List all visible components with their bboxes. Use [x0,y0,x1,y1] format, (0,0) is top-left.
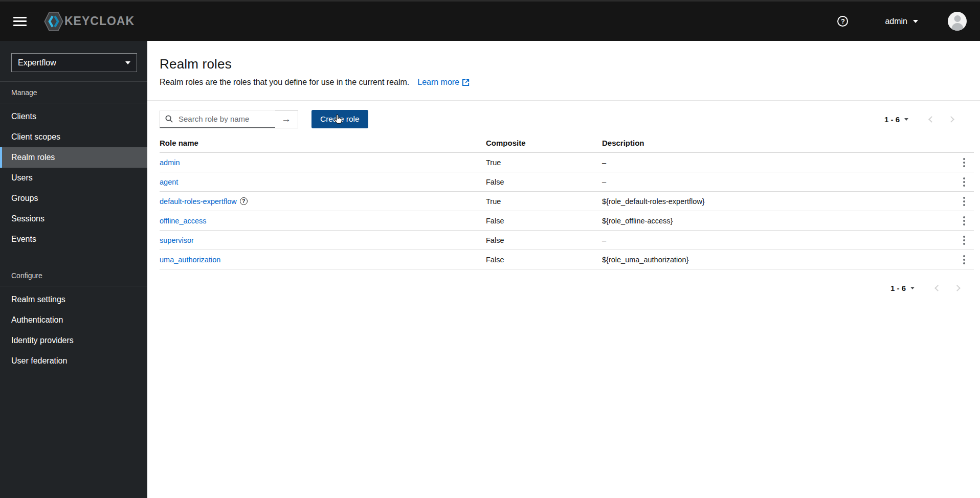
sidebar: Expertflow ManageClientsClient scopesRea… [0,41,147,498]
chevron-left-icon [934,285,941,291]
sidebar-item-label: Users [11,173,33,182]
kebab-menu-icon[interactable] [959,194,969,209]
sidebar-item-authentication[interactable]: Authentication [0,310,147,330]
arrow-right-icon: → [281,114,291,125]
sidebar-item-label: Realm settings [11,295,65,304]
pagination-range: 1 - 6 [884,115,900,124]
description-cell: ${role_uma_authorization} [602,256,954,264]
chevron-down-icon [910,287,915,289]
composite-cell: True [486,197,602,206]
role-name-link[interactable]: uma_authorization [160,256,220,264]
learn-more-link[interactable]: Learn more [417,78,470,87]
kebab-menu-icon[interactable] [959,233,969,248]
brand-text: KEYCLOAK [64,14,135,28]
page-header: Realm roles Realm roles are the roles th… [147,41,980,101]
nav-section: ManageClientsClient scopesRealm rolesUse… [0,81,147,250]
sidebar-item-events[interactable]: Events [0,229,147,250]
pagination-next-button[interactable] [947,279,967,297]
pagination-prev-button[interactable] [922,110,941,128]
chevron-down-icon [125,61,130,64]
user-menu[interactable]: admin [885,17,918,26]
sidebar-item-realm-settings[interactable]: Realm settings [0,289,147,310]
composite-cell: False [486,178,602,186]
role-name-link[interactable]: admin [160,159,180,167]
sidebar-item-identity-providers[interactable]: Identity providers [0,330,147,351]
keycloak-logo[interactable]: KEYCLOAK [44,11,135,32]
table-row: uma_authorizationFalse${role_uma_authori… [160,250,974,269]
table-row: offline_accessFalse${role_offline-access… [160,211,974,231]
sidebar-item-realm-roles[interactable]: Realm roles [0,147,147,168]
help-icon[interactable]: ? [837,16,848,27]
sidebar-item-label: Realm roles [11,153,55,162]
sidebar-item-label: Authentication [11,315,63,324]
sidebar-item-label: Identity providers [11,336,74,345]
role-name-link[interactable]: offline_access [160,217,207,225]
column-header-composite: Composite [486,139,602,147]
role-name-link[interactable]: supervisor [160,236,194,244]
sidebar-nav: ManageClientsClient scopesRealm rolesUse… [0,81,147,371]
role-name-link[interactable]: default-roles-expertflow [160,197,237,206]
table-row: adminTrue– [160,153,974,172]
table-header-row: Role name Composite Description [160,133,974,153]
create-role-button[interactable]: Create role [311,110,368,128]
nav-section: ConfigureRealm settingsAuthenticationIde… [0,265,147,371]
sidebar-item-client-scopes[interactable]: Client scopes [0,127,147,147]
sidebar-item-sessions[interactable]: Sessions [0,209,147,229]
pagination-top: 1 - 6 [884,110,961,128]
sidebar-item-label: User federation [11,356,67,365]
sidebar-item-label: Events [11,235,36,243]
realm-selector[interactable]: Expertflow [11,53,137,72]
description-cell: – [602,159,954,167]
kebab-menu-icon[interactable] [959,213,969,229]
roles-table: Role name Composite Description adminTru… [160,133,974,269]
sidebar-item-clients[interactable]: Clients [0,106,147,127]
pagination-bottom: 1 - 6 [890,279,967,297]
learn-more-label: Learn more [417,78,459,87]
keycloak-hexagon-icon [44,11,63,32]
composite-cell: False [486,256,602,264]
description-cell: – [602,178,954,186]
table-row: supervisorFalse– [160,231,974,250]
search-submit-button[interactable]: → [275,111,298,128]
create-role-label: Create role [320,115,360,123]
table-row: default-roles-expertflow?True${role_defa… [160,192,974,211]
kebab-menu-icon[interactable] [959,155,969,170]
hamburger-menu-icon[interactable] [13,15,27,28]
nav-section-label: Manage [0,81,147,103]
pagination-menu-toggle[interactable]: 1 - 6 [884,115,908,124]
pagination-menu-toggle[interactable]: 1 - 6 [890,284,915,292]
column-header-description: Description [602,139,954,147]
page-title: Realm roles [160,56,968,72]
sidebar-item-label: Groups [11,194,38,202]
roles-table-body: adminTrue–agentFalse–default-roles-exper… [160,153,974,269]
sidebar-item-users[interactable]: Users [0,168,147,188]
avatar[interactable] [948,12,967,31]
pagination-prev-button[interactable] [928,279,947,297]
composite-cell: False [486,217,602,225]
sidebar-item-groups[interactable]: Groups [0,188,147,209]
kebab-menu-icon[interactable] [959,174,969,190]
sidebar-item-user-federation[interactable]: User federation [0,351,147,371]
search-group: → [160,110,298,128]
main-content: Realm roles Realm roles are the roles th… [147,41,980,498]
nav-section-label: Configure [0,265,147,286]
kebab-menu-icon[interactable] [959,252,969,267]
description-cell: ${role_default-roles-expertflow} [602,197,954,206]
question-circle-icon[interactable]: ? [240,197,248,205]
chevron-right-icon [948,116,954,123]
composite-cell: False [486,236,602,244]
page-description: Realm roles are the roles that you defin… [160,78,409,87]
chevron-down-icon [913,20,918,23]
sidebar-item-label: Sessions [11,214,44,223]
pagination-next-button[interactable] [941,110,961,128]
chevron-right-icon [954,285,961,291]
chevron-left-icon [928,116,935,123]
roles-toolbar: → Create role 1 - 6 [147,101,980,129]
role-name-link[interactable]: agent [160,178,178,186]
sidebar-item-label: Client scopes [11,132,60,141]
description-cell: ${role_offline-access} [602,217,954,225]
search-input[interactable] [177,114,270,124]
chevron-down-icon [904,118,908,121]
external-link-icon [462,79,470,86]
pagination-range: 1 - 6 [890,284,906,292]
